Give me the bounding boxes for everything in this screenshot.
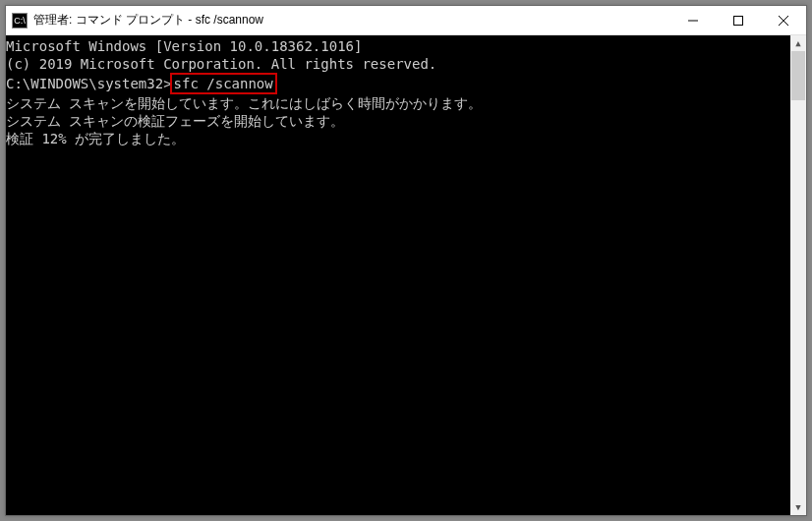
cmd-icon: C:\: [12, 13, 28, 29]
prompt-path: C:\WINDOWS\system32>: [6, 76, 172, 91]
window-title: 管理者: コマンド プロンプト - sfc /scannow: [33, 12, 670, 29]
titlebar[interactable]: C:\ 管理者: コマンド プロンプト - sfc /scannow: [6, 6, 806, 35]
console-output[interactable]: Microsoft Windows [Version 10.0.18362.10…: [6, 35, 790, 515]
command-highlight: sfc /scannow: [170, 73, 277, 94]
scroll-thumb[interactable]: [791, 51, 805, 100]
vertical-scrollbar[interactable]: ▲ ▼: [790, 35, 806, 515]
svg-rect-1: [734, 16, 743, 25]
maximize-button[interactable]: [716, 6, 761, 34]
scroll-track[interactable]: [790, 51, 806, 499]
output-line: Microsoft Windows [Version 10.0.18362.10…: [6, 37, 790, 55]
scroll-down-arrow-icon[interactable]: ▼: [790, 499, 806, 515]
output-line: システム スキャンを開始しています。これにはしばらく時間がかかります。: [6, 94, 790, 112]
window-controls: [670, 6, 806, 34]
output-line: システム スキャンの検証フェーズを開始しています。: [6, 112, 790, 130]
output-line: 検証 12% が完了しました。: [6, 130, 790, 147]
close-icon: [779, 16, 788, 26]
output-line: (c) 2019 Microsoft Corporation. All righ…: [6, 55, 790, 73]
minimize-icon: [688, 16, 698, 26]
prompt-line: C:\WINDOWS\system32>sfc /scannow: [6, 73, 790, 94]
console-area: Microsoft Windows [Version 10.0.18362.10…: [6, 35, 806, 515]
command-prompt-window: C:\ 管理者: コマンド プロンプト - sfc /scannow Micro…: [5, 5, 807, 516]
maximize-icon: [733, 16, 743, 26]
minimize-button[interactable]: [670, 6, 716, 34]
close-button[interactable]: [761, 6, 806, 34]
scroll-up-arrow-icon[interactable]: ▲: [790, 35, 806, 51]
